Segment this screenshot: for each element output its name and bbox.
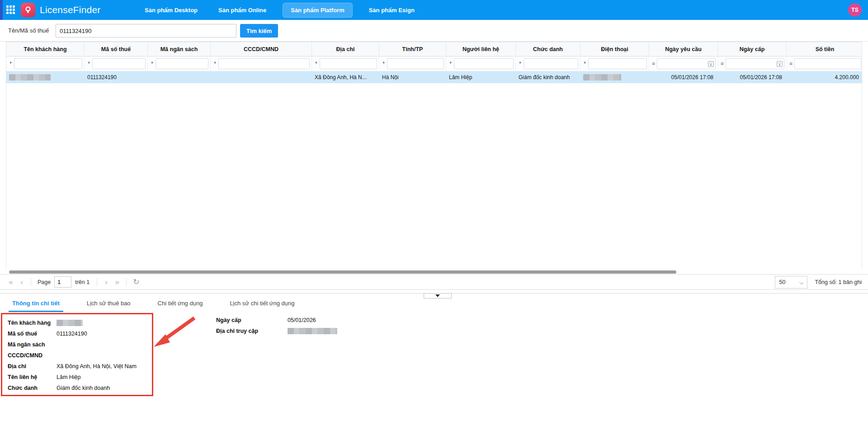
grid-filter-row: *********===*	[6, 57, 862, 71]
nav-tab-1[interactable]: Sản phẩm Desktop	[140, 3, 202, 17]
user-avatar[interactable]: TS	[848, 3, 862, 17]
nav-tab-2[interactable]: Sản phẩm Online	[214, 3, 271, 17]
page-number-input[interactable]	[54, 276, 71, 288]
column-header[interactable]: Địa chỉ	[312, 42, 379, 56]
detail-value: Giám đốc kinh doanh	[57, 385, 110, 391]
calendar-icon[interactable]	[777, 61, 783, 67]
table-cell[interactable]: Xã Đông Anh, Hà N...	[312, 71, 379, 83]
detail-row: Ngày cấp05/01/2026	[216, 315, 337, 326]
filter-operator-icon[interactable]: *	[581, 61, 588, 67]
prev-page-icon[interactable]: ‹	[16, 278, 27, 287]
table-cell[interactable]: 4.200.000	[787, 71, 862, 83]
column-header[interactable]: Ngày cấp	[718, 42, 787, 56]
filter-input[interactable]	[387, 58, 444, 69]
filter-operator-icon[interactable]: *	[7, 61, 14, 67]
search-input[interactable]	[56, 24, 236, 38]
filter-operator-icon[interactable]: *	[517, 61, 524, 67]
table-cell[interactable]: Giám đốc kinh doanh	[516, 71, 580, 83]
table-cell[interactable]: 0111324190	[85, 71, 148, 83]
filter-input[interactable]	[657, 58, 716, 69]
filter-operator-icon[interactable]: =	[719, 61, 726, 67]
results-grid: Tên khách hàngMã số thuếMã ngân sáchCCCD…	[6, 42, 862, 270]
filter-operator-icon[interactable]: *	[447, 61, 454, 67]
refresh-icon[interactable]: ↻	[133, 277, 139, 287]
pagination-toolbar: « ‹ Page trên 1 › » ↻ 50 Tổng số: 1 bản …	[0, 274, 868, 290]
tab-3[interactable]: Chi tiết ứng dụng	[151, 295, 209, 312]
search-label: Tên/Mã số thuế	[8, 27, 49, 34]
column-header[interactable]: Số tiền	[787, 42, 862, 56]
column-header[interactable]: Điện thoại	[580, 42, 649, 56]
table-cell[interactable]	[211, 71, 312, 83]
tab-1[interactable]: Thông tin chi tiết	[6, 295, 66, 312]
collapse-triangle-icon	[435, 294, 440, 297]
search-bar: Tên/Mã số thuế Tìm kiếm	[0, 20, 868, 42]
detail-row: Địa chỉXã Đông Anh, Hà Nội, Việt Nam	[8, 361, 152, 372]
detail-label: Tên khách hàng	[8, 320, 57, 326]
column-header[interactable]: Mã ngân sách	[148, 42, 211, 56]
column-header[interactable]: Tên khách hàng	[6, 42, 85, 56]
first-page-icon[interactable]: «	[5, 278, 16, 287]
next-page-icon[interactable]: ›	[101, 278, 112, 287]
scrollbar-thumb[interactable]	[9, 270, 676, 274]
filter-operator-icon[interactable]: *	[313, 61, 320, 67]
table-cell[interactable]	[148, 71, 211, 83]
detail-label: Địa chỉ	[8, 363, 57, 369]
filter-cell: *	[446, 57, 516, 71]
tab-2[interactable]: Lịch sử thuê bao	[80, 295, 137, 312]
filter-input[interactable]	[156, 58, 208, 69]
table-cell[interactable]: Hà Nội	[379, 71, 446, 83]
column-header[interactable]: Người liên hệ	[446, 42, 516, 56]
collapse-panel-handle[interactable]	[424, 293, 452, 298]
detail-label: Mã số thuế	[8, 331, 57, 337]
detail-label: Địa chỉ truy cập	[216, 328, 288, 334]
detail-row: Tên khách hàng	[8, 317, 152, 328]
column-header[interactable]: Chức danh	[516, 42, 580, 56]
page-size-select[interactable]: 50	[775, 276, 807, 289]
filter-operator-icon[interactable]: *	[212, 61, 218, 67]
filter-cell: =	[649, 57, 718, 71]
filter-operator-icon[interactable]: =	[788, 61, 794, 67]
table-row[interactable]: 0111324190Xã Đông Anh, Hà N...Hà NộiLâm …	[6, 71, 862, 83]
filter-input[interactable]	[320, 58, 377, 69]
filter-input[interactable]	[588, 58, 647, 69]
detail-row: Chức danhGiám đốc kinh doanh	[8, 383, 152, 393]
tab-4[interactable]: Lịch sử chi tiết ứng dụng	[223, 295, 301, 312]
nav-tab-4[interactable]: Sản phẩm Esign	[364, 3, 419, 17]
column-header[interactable]: CCCD/CMND	[211, 42, 312, 56]
table-cell[interactable]: 05/01/2026 17:08	[649, 71, 718, 83]
toolbar-separator	[97, 278, 97, 287]
detail-row: Mã ngân sách	[8, 339, 152, 350]
redacted-value	[583, 74, 621, 81]
filter-input[interactable]	[14, 58, 82, 69]
filter-input[interactable]	[218, 58, 310, 69]
filter-input[interactable]	[726, 58, 784, 69]
detail-label: Chức danh	[8, 385, 57, 391]
filter-input[interactable]	[524, 58, 578, 69]
filter-operator-icon[interactable]: *	[85, 61, 92, 67]
column-header[interactable]: Ngày yêu cầu	[649, 42, 718, 56]
filter-input[interactable]	[454, 58, 514, 69]
filter-input[interactable]	[794, 58, 861, 69]
filter-operator-icon[interactable]: *	[149, 61, 156, 67]
table-cell[interactable]	[6, 71, 85, 83]
horizontal-scrollbar[interactable]	[6, 270, 862, 274]
redacted-value	[57, 320, 83, 326]
column-header[interactable]: Tỉnh/TP	[379, 42, 446, 56]
detail-label: Ngày cấp	[216, 317, 288, 323]
app-title: LicenseFinder	[40, 5, 101, 15]
column-header[interactable]: Mã số thuế	[85, 42, 148, 56]
table-cell[interactable]: Lâm Hiệp	[446, 71, 516, 83]
toolbar-separator	[126, 278, 127, 287]
last-page-icon[interactable]: »	[112, 278, 123, 287]
filter-operator-icon[interactable]: *	[380, 61, 387, 67]
table-cell[interactable]: 05/01/2026 17:08	[718, 71, 787, 83]
page-size-value: 50	[779, 279, 785, 285]
table-cell[interactable]	[580, 71, 649, 83]
nav-tab-3[interactable]: Sản phẩm Platform	[283, 3, 352, 18]
app-grid-icon[interactable]	[6, 5, 15, 14]
calendar-icon[interactable]	[708, 61, 714, 67]
search-button[interactable]: Tìm kiếm	[240, 24, 278, 38]
red-annotation-arrow	[153, 314, 198, 350]
filter-operator-icon[interactable]: =	[650, 61, 657, 67]
filter-input[interactable]	[92, 58, 146, 69]
